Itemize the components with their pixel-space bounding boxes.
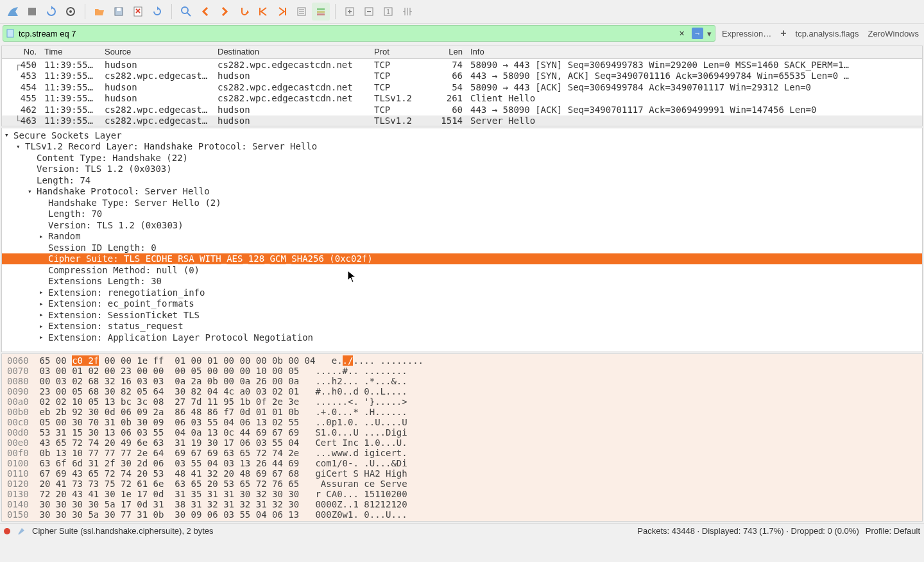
filter-bookmark-icon [6,29,15,38]
packet-list-header: No. Time Source Destination Prot Len Inf… [2,46,922,59]
packet-list-pane: No. Time Source Destination Prot Len Inf… [1,46,923,126]
svg-rect-0 [28,8,36,15]
status-packets: Packets: 43448 · Displayed: 743 (1.7%) ·… [637,526,859,536]
main-toolbar: 1 [0,0,924,24]
first-icon[interactable] [254,3,272,21]
packet-row[interactable]: 45311:39:55.…cs282.wpc.edgecast…hudsonTC… [2,71,922,82]
status-profile[interactable]: Profile: Default [866,526,920,536]
tree-hs-length[interactable]: Length: 70 [2,209,922,220]
note-icon[interactable] [17,527,26,536]
prev-icon[interactable] [196,3,214,21]
tree-handshake[interactable]: ▾Handshake Protocol: Server Hello [2,186,922,198]
open-icon[interactable] [90,3,108,21]
tree-content-type[interactable]: Content Type: Handshake (22) [2,152,922,164]
tree-ext-len[interactable]: Extensions Length: 30 [2,276,922,287]
col-header-length[interactable]: Len [434,46,466,58]
tree-hs-type[interactable]: Handshake Type: Server Hello (2) [2,197,922,209]
packet-row[interactable]: 45511:39:55.…hudsoncs282.wpc.edgecastcdn… [2,93,922,105]
tree-ext-ticket[interactable]: ▸Extension: SessionTicket TLS [2,309,922,321]
packet-row[interactable]: ┌45011:39:55.…hudsoncs282.wpc.edgecastcd… [2,59,922,71]
svg-line-7 [187,13,191,16]
colorize-icon[interactable] [312,3,330,21]
filter-shortcut-2[interactable]: ZeroWindows [866,28,921,40]
col-header-time[interactable]: Time [40,46,101,58]
tree-ext-ecpoint[interactable]: ▸Extension: ec_point_formats [2,298,922,310]
status-field: Cipher Suite (ssl.handshake.ciphersuite)… [32,526,214,536]
goto-icon[interactable] [235,3,253,21]
status-bar: Cipher Suite (ssl.handshake.ciphersuite)… [0,523,924,538]
reload-icon[interactable] [148,3,166,21]
apply-filter-icon[interactable]: → [692,28,703,39]
close-file-icon[interactable] [129,3,147,21]
svg-text:1: 1 [386,8,390,15]
filter-shortcut-1[interactable]: tcp.analysis.flags [793,28,862,40]
expression-button[interactable]: Expression… [719,28,774,40]
packet-row[interactable]: 45411:39:55.…hudsoncs282.wpc.edgecastcdn… [2,81,922,93]
col-header-no[interactable]: No. [2,46,40,58]
tree-ssl[interactable]: ▾Secure Sockets Layer [2,130,922,141]
svg-rect-4 [117,8,121,11]
stop-icon[interactable] [23,3,41,21]
clear-filter-icon[interactable]: ✕ [676,28,688,39]
svg-rect-13 [317,11,325,13]
zoom-reset-icon[interactable]: 1 [379,3,397,21]
packet-row[interactable]: 46211:39:55.…cs282.wpc.edgecast…hudsonTC… [2,104,922,115]
zoom-out-icon[interactable] [360,3,378,21]
tree-version-rec[interactable]: Version: TLS 1.2 (0x0303) [2,164,922,175]
col-header-protocol[interactable]: Prot [370,46,434,58]
tree-hs-version[interactable]: Version: TLS 1.2 (0x0303) [2,219,922,231]
svg-point-2 [69,10,72,13]
tree-compression[interactable]: Compression Method: null (0) [2,264,922,276]
display-filter-container: ✕ → ▾ [3,25,715,42]
svg-point-6 [182,7,188,13]
expert-info-icon[interactable] [4,528,10,534]
col-header-info[interactable]: Info [466,46,922,58]
display-filter-input[interactable] [19,29,672,38]
svg-rect-12 [317,8,325,10]
tree-cipher-suite[interactable]: Cipher Suite: TLS_ECDHE_RSA_WITH_AES_128… [2,253,922,265]
autoscroll-icon[interactable] [293,3,311,21]
next-icon[interactable] [216,3,234,21]
packet-row[interactable]: └46311:39:55.…cs282.wpc.edgecast…hudsonT… [2,115,922,126]
packet-bytes-pane[interactable]: 0060 65 00 c0 2f 00 00 1e ff 01 00 01 00… [1,353,923,522]
add-filter-button[interactable]: + [778,26,789,40]
restart-icon[interactable] [42,3,60,21]
tree-ext-alpn[interactable]: ▸Extension: Application Layer Protocol N… [2,332,922,343]
find-icon[interactable] [177,3,195,21]
options-icon[interactable] [62,3,80,21]
tree-ext-status[interactable]: ▸Extension: status_request [2,321,922,332]
col-header-destination[interactable]: Destination [214,46,370,58]
svg-rect-25 [7,30,13,37]
packet-details-pane[interactable]: ▾Secure Sockets Layer ▾TLSv1.2 Record La… [1,128,923,352]
resize-cols-icon[interactable] [398,3,416,21]
shark-fin-icon[interactable] [4,3,22,21]
display-filter-bar: ✕ → ▾ Expression… + tcp.analysis.flags Z… [0,24,924,46]
tree-ext-reneg[interactable]: ▸Extension: renegotiation_info [2,287,922,298]
zoom-in-icon[interactable] [341,3,359,21]
last-icon[interactable] [273,3,291,21]
filter-dropdown-icon[interactable]: ▾ [707,29,712,38]
tree-random[interactable]: ▸Random [2,231,922,243]
tree-length-rec[interactable]: Length: 74 [2,175,922,186]
col-header-source[interactable]: Source [101,46,214,58]
svg-rect-14 [317,13,325,15]
tree-record[interactable]: ▾TLSv1.2 Record Layer: Handshake Protoco… [2,141,922,153]
save-icon[interactable] [110,3,128,21]
tree-session-id[interactable]: Session ID Length: 0 [2,242,922,253]
